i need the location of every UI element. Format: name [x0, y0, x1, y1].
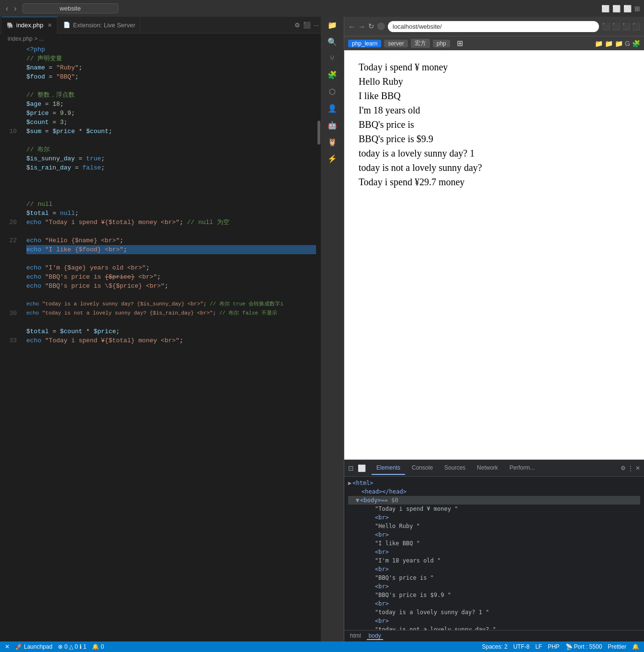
code-editor[interactable]: 10 20 22 30: [0, 44, 321, 641]
source-control-icon[interactable]: ⑂: [330, 54, 335, 63]
devtools-tab-sources[interactable]: Sources: [440, 461, 470, 475]
nav-forward-button[interactable]: ›: [12, 3, 18, 14]
more-actions-btn[interactable]: ···: [314, 22, 319, 29]
bell-status[interactable]: 🔔: [632, 643, 639, 650]
dt-body-tag[interactable]: ▼<body> == $0: [348, 496, 640, 505]
code-line: $is_sunny_day = true;: [26, 154, 316, 163]
dt-text-1: "Today i spend ¥ money ": [348, 505, 640, 513]
mascot-icon[interactable]: 🦉: [328, 137, 337, 146]
code-line: $is_rain_day = false;: [26, 163, 316, 172]
code-line: $total = null;: [26, 209, 316, 218]
encoding-status[interactable]: UTF-8: [513, 643, 530, 650]
dt-br-5: <br>: [348, 582, 640, 591]
files-icon[interactable]: 📁: [328, 21, 337, 30]
avatar-icon[interactable]: 🤖: [328, 121, 337, 130]
minimap: [316, 44, 321, 641]
layout-btn-1[interactable]: ⬜: [601, 5, 610, 12]
editor-panel: 🐘 index.php ✕ 📄 Extension: Live Server ⚙…: [0, 17, 321, 641]
devtools-html-crumb[interactable]: html: [348, 632, 363, 640]
browser-forward-button[interactable]: →: [358, 22, 365, 31]
account-icon[interactable]: 👤: [328, 104, 337, 113]
code-line: $sum = $price * $count;: [26, 127, 316, 136]
info-icon: ℹ: [79, 643, 82, 650]
extensions-icon[interactable]: 🧩: [328, 70, 337, 79]
search-input[interactable]: [23, 3, 118, 13]
search-icon[interactable]: 🔍: [328, 37, 337, 46]
nav-back-button[interactable]: ‹: [4, 3, 10, 14]
bell-icon: 🔔: [92, 643, 99, 650]
dt-br-6: <br>: [348, 599, 640, 608]
layout-btn-3[interactable]: ⬜: [623, 5, 632, 12]
devtools-inspect-icon[interactable]: ⊡: [348, 464, 354, 472]
minimap-thumb[interactable]: [317, 121, 320, 145]
devtools-tab-console[interactable]: Console: [407, 461, 438, 475]
bookmark-php-learn[interactable]: php_learn: [348, 40, 381, 47]
browser-icon-4[interactable]: ⬛: [632, 22, 640, 30]
dt-text-4: "I'm 18 years old ": [348, 556, 640, 565]
source-control-btn[interactable]: ⚙: [294, 22, 300, 29]
devtools-close-btn[interactable]: ✕: [635, 465, 640, 472]
devtools-tabs: ⊡ ⬜ Elements Console Sources Network Per…: [344, 460, 644, 477]
bm-google-btn[interactable]: G: [625, 40, 630, 47]
dt-br-2: <br>: [348, 530, 640, 539]
bookmark-php[interactable]: php: [433, 40, 450, 47]
notifications-status[interactable]: 🔔 0: [92, 643, 104, 650]
code-line: // 布尔: [26, 145, 316, 154]
browser-icon-1[interactable]: ⬛: [602, 22, 610, 30]
browser-panel: ← → ↻ ⬛ ⬛ ⬛ ⬛ php_learn server 宏方 php ⊞: [344, 17, 644, 641]
devtools-tab-performance[interactable]: Perform...: [505, 461, 540, 475]
bm-ext-btn[interactable]: 🧩: [632, 40, 640, 47]
code-line: echo "BBQ's price is {$price} <br>";: [26, 272, 316, 281]
bookmark-macro[interactable]: 宏方: [411, 39, 430, 48]
errors-status[interactable]: ⊗ 0 △ 0 ℹ 1: [58, 643, 86, 650]
tab-close-btn[interactable]: ✕: [47, 22, 52, 29]
eol-status[interactable]: LF: [535, 643, 542, 650]
warning-count: 0: [75, 643, 78, 650]
devtools-settings-btn[interactable]: ⚙: [621, 465, 626, 472]
browser-url-input[interactable]: [388, 21, 599, 32]
content-line-6: BBQ's price is $9.9: [359, 132, 630, 146]
bm-folder1-btn[interactable]: 📁: [595, 40, 603, 47]
info-count: 1: [83, 643, 87, 650]
error-close-btn[interactable]: ✕: [5, 643, 10, 650]
layout-btn-2[interactable]: ⬜: [612, 5, 621, 12]
dt-br-3: <br>: [348, 548, 640, 556]
browser-icon-3[interactable]: ⬛: [622, 22, 630, 30]
layout-btn-4[interactable]: ⊞: [634, 5, 640, 12]
editor-sidebar: 📁 🔍 ⑂ 🧩 ⬡ 👤 🤖 🦉 ⚡: [321, 17, 344, 641]
bookmark-icon-group: 📁 📁 📁 G 🧩: [595, 40, 640, 47]
browser-refresh-button[interactable]: ↻: [368, 22, 374, 31]
tab-live-server[interactable]: 📄 Extension: Live Server: [58, 17, 140, 34]
dt-text-6: "BBQ's price is $9.9 ": [348, 591, 640, 599]
code-content[interactable]: <?php // 声明变量 $name = "Ruby"; $food = "B…: [22, 44, 316, 641]
split-editor-btn[interactable]: ⬛: [303, 22, 311, 29]
devtools-device-icon[interactable]: ⬜: [358, 464, 366, 472]
bookmark-grid[interactable]: ⊞: [453, 38, 467, 48]
code-line: [26, 136, 316, 145]
code-line: [26, 254, 316, 263]
plugin-icon[interactable]: ⚡: [328, 154, 337, 163]
tab-bar: 🐘 index.php ✕ 📄 Extension: Live Server ⚙…: [0, 17, 321, 34]
close-icon: ✕: [5, 643, 10, 650]
spaces-status[interactable]: Spaces: 2: [482, 643, 508, 650]
content-line-5: BBQ's price is: [359, 117, 630, 132]
remote-icon[interactable]: ⬡: [329, 87, 336, 96]
devtools-body-crumb[interactable]: body: [367, 632, 383, 640]
language-status[interactable]: PHP: [548, 643, 560, 650]
dt-br-7: <br>: [348, 617, 640, 625]
bm-folder3-btn[interactable]: 📁: [615, 40, 623, 47]
dt-text-3: "I like BBQ ": [348, 539, 640, 548]
bookmarks-bar: php_learn server 宏方 php ⊞ 📁 📁 📁 G 🧩: [344, 36, 644, 50]
devtools-tab-elements[interactable]: Elements: [372, 461, 405, 475]
devtools-more-btn[interactable]: ⋮: [628, 465, 633, 472]
code-line: <?php: [26, 45, 316, 54]
bm-folder2-btn[interactable]: 📁: [605, 40, 613, 47]
browser-back-button[interactable]: ←: [348, 22, 355, 31]
bookmark-server[interactable]: server: [384, 40, 407, 47]
devtools-tab-network[interactable]: Network: [472, 461, 503, 475]
launchpad-status[interactable]: 🚀 Launchpad: [15, 643, 52, 650]
browser-icon-2[interactable]: ⬛: [612, 22, 620, 30]
tab-index-php[interactable]: 🐘 index.php ✕: [2, 17, 57, 34]
prettier-status[interactable]: Prettier: [608, 643, 626, 650]
port-status[interactable]: 📡 Port : 5500: [565, 643, 602, 650]
